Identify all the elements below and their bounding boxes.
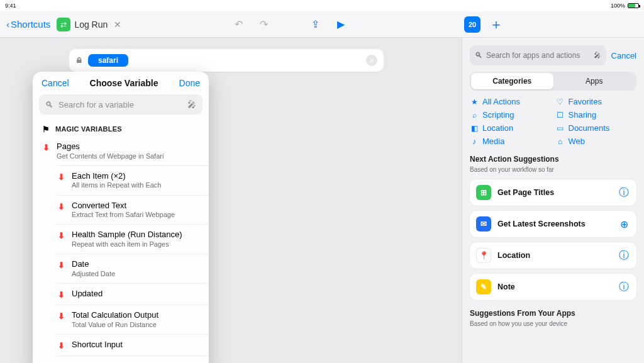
add-action-button[interactable]: ＋ [489,15,503,34]
category-location[interactable]: ◧Location [470,123,551,133]
info-icon[interactable]: ⓘ [618,249,630,262]
status-percent: 100% [611,3,625,9]
category-web[interactable]: ⌂Web [556,137,637,146]
card-app-icon: ✉ [476,216,491,232]
category-sharing[interactable]: ☐Sharing [556,110,637,120]
variable-row[interactable]: ⬇Converted TextExtract Text from Safari … [57,195,209,225]
undo-icon[interactable]: ↶ [232,18,246,31]
section-title-next: Next Action Suggestions [470,155,636,164]
category-label: Sharing [569,110,597,120]
flag-icon: ⚑ [42,125,50,134]
search-icon: 🔍︎ [45,100,53,109]
library-segmented-control[interactable]: Categories Apps [470,72,636,91]
variable-search-field[interactable]: 🔍︎ Search for a variable 🎤︎ [39,94,203,114]
variable-title: Each Item (×2) [72,171,161,181]
category-label: Documents [569,123,610,133]
clear-text-icon[interactable]: ✕ [366,55,377,66]
variable-row[interactable]: ⬇Each Item (×2)All items in Repeat with … [57,165,209,195]
variable-picker-popover: Cancel Choose Variable Done 🔍︎ Search fo… [33,72,209,363]
card-label: Note [497,282,611,291]
category-label: Location [482,123,513,133]
variable-icon: ⬇ [57,311,65,321]
editor-toolbar: ‹ Shortcuts ⇄ Log Run ✕ ↶ ↷ ⇪ ▶ 20 ＋ [0,11,644,38]
shortcut-chip[interactable]: ⇄ Log Run ✕ [57,18,124,31]
actions-search-field[interactable]: 🔍︎ 🎤︎ [470,45,606,65]
info-icon[interactable]: ⊕ [618,218,630,230]
close-shortcut-icon[interactable]: ✕ [111,20,124,30]
variable-title: Shortcut Input [72,340,123,350]
variable-row[interactable]: ⬇AverageNumber [57,355,209,363]
back-button[interactable]: ‹ Shortcuts [6,19,50,30]
variable-icon: ⬇ [57,202,65,211]
category-scripting[interactable]: ⌕Scripting [470,110,551,120]
workspace: 🔒︎ safari ✕ Cancel Choose Variable Done … [0,38,644,363]
section-subtitle-next: Based on your workflow so far [470,166,636,173]
scripting-icon: ⌕ [470,111,479,120]
variable-title: Total Calculation Output [72,310,158,320]
suggestion-cards: ⊞Get Page Titlesⓘ ✉Get Latest Screenshot… [470,179,636,300]
variable-icon: ⬇ [42,143,50,152]
info-icon[interactable]: ⓘ [618,281,630,294]
group-header-label: Magic Variables [55,125,122,133]
suggestion-card[interactable]: 📍Locationⓘ [470,242,636,269]
shortcut-app-icon: ⇄ [57,18,70,31]
favorites-icon: ♡ [556,98,565,106]
category-favorites[interactable]: ♡Favorites [556,97,637,106]
card-label: Get Latest Screenshots [497,220,611,228]
card-label: Location [497,251,611,260]
variable-row[interactable]: ⬇PagesGet Contents of Webpage in Safari [33,137,209,165]
category-grid: ★All Actions ♡Favorites ⌕Scripting ☐Shar… [470,97,636,146]
dictate-icon[interactable]: 🎤︎ [594,51,601,60]
documents-icon: ▭ [556,124,565,133]
dictate-icon[interactable]: 🎤︎ [187,99,196,109]
category-label: All Actions [482,97,520,106]
actions-library-button[interactable]: 20 [464,16,480,33]
card-label: Get Page Titles [497,188,611,197]
group-header: ⚑ Magic Variables [33,118,209,137]
suggestion-card[interactable]: ✎Noteⓘ [470,274,636,300]
variable-title: Health Sample (Run Distance) [72,230,182,240]
variable-icon: ⬇ [57,231,65,240]
cancel-button[interactable]: Cancel [42,78,69,88]
editor-canvas[interactable]: 🔒︎ safari ✕ Cancel Choose Variable Done … [0,38,462,363]
segment-apps[interactable]: Apps [553,73,636,89]
shortcut-name: Log Run [74,20,108,30]
segment-categories[interactable]: Categories [471,73,553,89]
variable-row[interactable]: ⬇Updated [57,283,209,304]
variable-row[interactable]: ⬇Total Calculation OutputTotal Value of … [57,304,209,334]
web-icon: ⌂ [556,137,565,146]
cancel-search-button[interactable]: Cancel [611,51,636,60]
done-button[interactable]: Done [179,78,200,88]
variable-icon: ⬇ [57,260,65,270]
suggestion-card[interactable]: ✉Get Latest Screenshots⊕ [470,211,636,237]
share-icon[interactable]: ⇪ [309,18,323,31]
variable-title: Updated [72,289,103,299]
variable-row[interactable]: ⬇DateAdjusted Date [57,254,209,283]
lock-icon: 🔒︎ [75,56,83,65]
variable-subtitle: Adjusted Date [72,270,115,278]
info-icon[interactable]: ⓘ [618,186,630,199]
variable-subtitle: Extract Text from Safari Webpage [72,211,175,219]
variable-row[interactable]: ⬇Shortcut Input [57,334,209,355]
section-subtitle-apps: Based on how you use your device [470,320,636,327]
variable-pill[interactable]: safari [88,54,128,67]
card-app-icon: 📍 [476,248,491,263]
actions-search-input[interactable] [486,51,590,60]
popover-title: Choose Variable [90,78,158,88]
run-icon[interactable]: ▶ [334,18,348,31]
variable-icon: ⬇ [57,290,65,299]
suggestion-card[interactable]: ⊞Get Page Titlesⓘ [470,179,636,206]
category-documents[interactable]: ▭Documents [556,123,637,133]
variable-title: Date [72,259,115,269]
category-media[interactable]: ♪Media [470,137,551,146]
variable-row[interactable]: ⬇Health Sample (Run Distance)Repeat with… [57,224,209,254]
variable-subtitle: Get Contents of Webpage in Safari [57,152,164,160]
url-action-row[interactable]: 🔒︎ safari ✕ [69,49,384,72]
variable-subtitle: Repeat with each item in Pages [72,240,182,249]
variable-title: Converted Text [72,201,175,211]
redo-icon[interactable]: ↷ [257,18,271,31]
category-all-actions[interactable]: ★All Actions [470,97,551,106]
variable-icon: ⬇ [57,172,65,182]
variable-icon: ⬇ [57,341,65,350]
status-right: 100% [611,3,639,9]
